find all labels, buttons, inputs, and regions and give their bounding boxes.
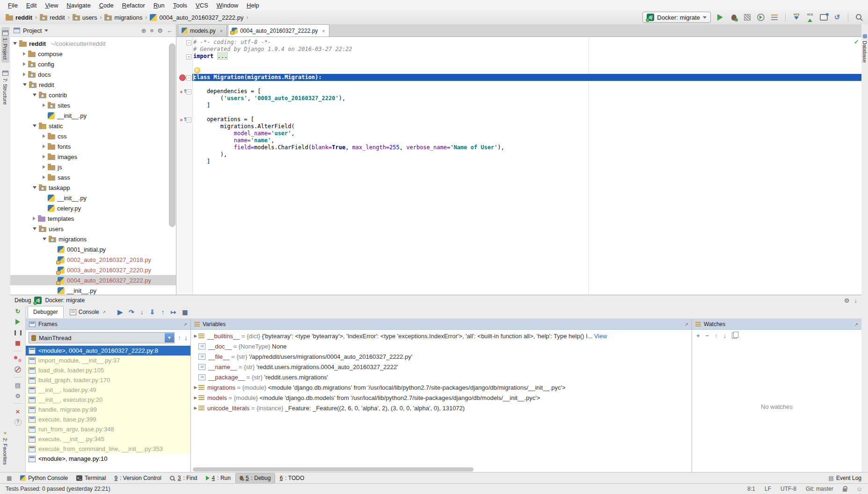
menu-item-vcs[interactable]: VCS: [191, 1, 212, 10]
tree-item[interactable]: users: [10, 224, 176, 234]
float-panel-icon[interactable]: ↗: [854, 322, 858, 327]
tree-item[interactable]: sass: [10, 172, 176, 182]
vcs-push-icon[interactable]: [806, 13, 814, 22]
previous-frame-icon[interactable]: ↑: [178, 334, 181, 341]
tree-item[interactable]: images: [10, 152, 176, 162]
editor-tab[interactable]: models.py×: [178, 24, 227, 36]
chevron-collapsed-icon[interactable]: [23, 62, 26, 66]
toolwindow-button-terminal[interactable]: Terminal: [73, 473, 109, 483]
profiler-icon[interactable]: [757, 13, 765, 22]
stripe-tab-7-structure[interactable]: 7: Structure: [1, 67, 9, 108]
move-down-icon[interactable]: ↓: [723, 332, 727, 339]
chevron-collapsed-icon[interactable]: [43, 134, 45, 138]
code-line[interactable]: ),: [176, 151, 861, 158]
code-line[interactable]: ↑− dependencies = [: [176, 88, 861, 95]
code-line[interactable]: name='name',: [176, 137, 861, 144]
rerun-icon[interactable]: ↻: [14, 308, 22, 314]
stack-frame[interactable]: execute, __init__.py:345: [26, 434, 190, 444]
menu-item-view[interactable]: View: [41, 1, 62, 10]
stack-frame[interactable]: import_module, __init__.py:37: [26, 356, 190, 365]
chevron-expanded-icon[interactable]: [43, 238, 46, 240]
status-git-branch[interactable]: Git: master: [806, 486, 833, 492]
breadcrumb-item[interactable]: 0004_auto_20160327_2222.py: [149, 14, 244, 21]
variable-row[interactable]: ▶unicode_literals = {instance} _Feature:…: [191, 403, 692, 413]
chevron-down-icon[interactable]: [44, 29, 48, 34]
stack-frame[interactable]: handle, migrate.py:89: [26, 405, 190, 414]
tree-item[interactable]: __init__.py: [10, 285, 176, 295]
chevron-collapsed-icon[interactable]: [43, 103, 45, 107]
next-frame-icon[interactable]: ↓: [184, 334, 188, 341]
stripe-tab-database[interactable]: Database: [861, 31, 868, 66]
debug-icon[interactable]: [729, 13, 738, 22]
menu-item-navigate[interactable]: Navigate: [62, 1, 95, 10]
tree-item[interactable]: 0004_auto_20160327_2222.py: [10, 275, 176, 285]
code-line[interactable]: model_name='user',: [176, 130, 861, 137]
stripe-tab-1-project[interactable]: 1: Project: [1, 27, 9, 63]
vcs-update-icon[interactable]: [792, 13, 801, 22]
toolwindow-button-todo[interactable]: 6: TODO: [276, 473, 308, 483]
close-icon[interactable]: ×: [14, 408, 22, 414]
stack-frame[interactable]: run_from_argv, base.py:348: [26, 424, 190, 434]
help-icon[interactable]: ?: [15, 419, 22, 426]
pause-icon[interactable]: [14, 329, 22, 336]
collapse-all-icon[interactable]: ≡: [150, 27, 154, 34]
chevron-collapsed-icon[interactable]: [43, 145, 45, 148]
variable-row[interactable]: 18__file__ = {str} '/app/reddit/users/mi…: [191, 351, 692, 362]
variable-row[interactable]: 18__name__ = {str} 'reddit.users.migrati…: [191, 362, 692, 372]
copy-icon[interactable]: [732, 333, 737, 339]
tree-item[interactable]: css: [10, 131, 176, 141]
expand-arrow-icon[interactable]: ▶: [193, 385, 198, 390]
breadcrumb-item[interactable]: migrations: [103, 14, 143, 21]
tree-item[interactable]: celery.py: [10, 203, 176, 213]
tab-close-icon[interactable]: ×: [220, 28, 223, 34]
chevron-expanded-icon[interactable]: [33, 227, 36, 230]
add-watch-icon[interactable]: +: [696, 332, 700, 339]
menu-item-help[interactable]: Help: [242, 1, 263, 10]
view-breakpoints-icon[interactable]: [14, 356, 22, 362]
stack-frame[interactable]: __init__, loader.py:49: [26, 385, 190, 395]
menu-item-file[interactable]: File: [4, 1, 22, 10]
tree-item[interactable]: __init__.py: [10, 193, 176, 203]
step-over-icon[interactable]: ↷: [129, 308, 134, 316]
running-processes-icon[interactable]: [770, 13, 779, 22]
code-line[interactable]: # Generated by Django 1.9.4 on 2016-03-2…: [176, 46, 861, 53]
menu-item-refactor[interactable]: Refactor: [118, 1, 149, 10]
fold-collapse-icon[interactable]: −: [186, 40, 191, 45]
variable-row[interactable]: ▶__builtins__ = {dict} {'bytearray': <ty…: [191, 331, 692, 341]
chevron-collapsed-icon[interactable]: [33, 217, 36, 220]
editor-body[interactable]: −# -*- coding: utf-8 -*-# Generated by D…: [176, 37, 861, 295]
menu-item-edit[interactable]: Edit: [22, 1, 41, 10]
chevron-expanded-icon[interactable]: [23, 83, 27, 86]
fold-collapse-icon[interactable]: −: [186, 75, 191, 80]
stop-icon[interactable]: [14, 340, 22, 347]
vcs-commit-icon[interactable]: [819, 13, 828, 22]
toolwindow-button-toolbox[interactable]: ▦: [3, 473, 15, 483]
step-into-icon[interactable]: ↓: [140, 308, 144, 316]
run-to-cursor-icon[interactable]: ↦: [171, 308, 176, 316]
chevron-collapsed-icon[interactable]: [43, 155, 45, 159]
move-up-icon[interactable]: ↑: [715, 332, 718, 339]
run-icon[interactable]: [716, 13, 724, 22]
stack-frame[interactable]: __init__, executor.py:20: [26, 395, 190, 405]
tree-item[interactable]: config: [10, 59, 176, 69]
step-out-icon[interactable]: ↑: [161, 308, 165, 316]
stack-frame[interactable]: build_graph, loader.py:170: [26, 375, 190, 385]
variable-row[interactable]: ▶migrations = {module} <module 'django.d…: [191, 382, 692, 392]
variable-row[interactable]: ▶models = {module} <module 'django.db.mo…: [191, 392, 692, 403]
code-line[interactable]: −class Migration(migrations.Migration):: [176, 74, 861, 81]
chevron-collapsed-icon[interactable]: [43, 165, 45, 169]
hide-panel-icon[interactable]: ←: [167, 27, 173, 34]
code-line[interactable]: ('users', '0003_auto_20160327_2220'),: [176, 95, 861, 102]
expand-arrow-icon[interactable]: ▶: [193, 395, 198, 400]
status-message[interactable]: Tests Passed: 0 passed (yesterday 22:21): [6, 486, 110, 492]
stripe-tab-2-favorites[interactable]: ★2: Favorites: [1, 427, 9, 468]
tree-item[interactable]: reddit: [10, 80, 176, 90]
status-caret-position[interactable]: 8:1: [747, 486, 755, 492]
expand-arrow-icon[interactable]: ▶: [193, 406, 198, 410]
chevron-collapsed-icon[interactable]: [43, 175, 45, 179]
menu-item-code[interactable]: Code: [95, 1, 118, 10]
chevron-expanded-icon[interactable]: [33, 124, 36, 127]
toolwindow-button-run[interactable]: 4: Run: [202, 473, 234, 483]
menu-item-run[interactable]: Run: [149, 1, 169, 10]
tree-item[interactable]: reddit ~/cookiecutter/reddit: [10, 38, 176, 49]
